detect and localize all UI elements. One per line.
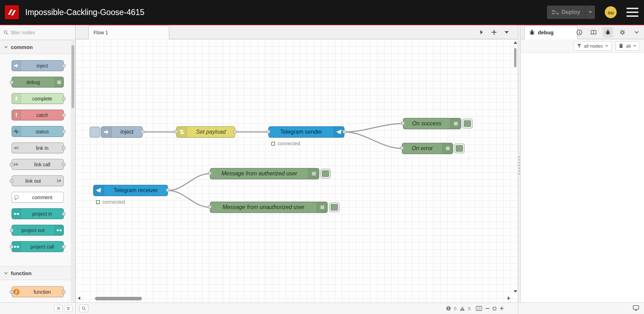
scroll-left-arrow-icon[interactable]	[78, 296, 80, 300]
output-port[interactable]	[233, 130, 237, 133]
input-port[interactable]	[208, 172, 212, 175]
output-port[interactable]	[166, 188, 170, 192]
deploy-options-button[interactable]	[585, 6, 595, 19]
debug-filter-button[interactable]: all nodes	[574, 41, 612, 51]
open-debug-window-button[interactable]	[633, 305, 639, 311]
tab-flow-1[interactable]: Flow 1	[88, 25, 169, 39]
flow-list-button[interactable]	[502, 27, 512, 37]
output-port[interactable]	[62, 163, 66, 166]
add-flow-button[interactable]	[489, 27, 499, 37]
output-port[interactable]	[62, 146, 66, 150]
input-port[interactable]	[10, 229, 13, 232]
palette-node-inject[interactable]: inject	[12, 60, 64, 71]
output-port[interactable]	[62, 130, 66, 133]
input-port[interactable]	[10, 163, 13, 166]
palette-node-link-out[interactable]: link out	[12, 175, 64, 186]
palette-scrollbar[interactable]	[71, 40, 75, 302]
palette-node-link-call[interactable]: link call	[12, 159, 64, 170]
flow-node-telegram-sender[interactable]: Telegram sender	[268, 126, 344, 138]
palette-node-complete[interactable]: complete	[12, 93, 64, 104]
horizontal-scrollbar-thumb[interactable]	[95, 297, 142, 300]
input-port[interactable]	[10, 290, 13, 294]
canvas-horizontal-scrollbar[interactable]	[76, 295, 512, 302]
palette-node-project-out[interactable]: project out	[12, 225, 64, 236]
zoom-out-button[interactable]	[485, 306, 489, 310]
wire[interactable]	[344, 124, 403, 132]
output-port[interactable]	[62, 212, 66, 216]
scroll-up-arrow-icon[interactable]	[514, 41, 517, 44]
vertical-scrollbar-thumb[interactable]	[514, 48, 516, 67]
debug-enable-toggle[interactable]	[329, 202, 340, 212]
zoom-reset-button[interactable]	[493, 307, 496, 310]
palette-node-project-call[interactable]: project call	[12, 241, 64, 252]
output-port[interactable]	[62, 64, 66, 68]
canvas-vertical-scrollbar[interactable]	[512, 39, 518, 295]
palette-scrollbar-thumb[interactable]	[71, 45, 74, 108]
zoom-in-button[interactable]	[500, 306, 504, 310]
deploy-button[interactable]: Deploy	[547, 6, 585, 19]
flow-node-on-success[interactable]: On success	[403, 118, 461, 129]
chevron-down-icon	[605, 45, 608, 47]
output-port[interactable]	[62, 290, 66, 294]
palette-node-status[interactable]: status	[12, 126, 64, 137]
scroll-right-arrow-icon[interactable]	[508, 296, 510, 300]
palette-node-catch[interactable]: catch	[12, 110, 64, 120]
palette-node-debug[interactable]: debug	[12, 77, 64, 88]
palette-filter-input[interactable]	[11, 30, 63, 35]
palette-node-comment[interactable]: comment	[12, 192, 64, 203]
status-ring-icon	[96, 200, 100, 204]
info-tab-button[interactable]	[574, 27, 584, 37]
output-port[interactable]	[141, 130, 144, 133]
debug-enable-toggle[interactable]	[454, 144, 465, 153]
category-header-function[interactable]: function	[0, 266, 75, 280]
input-port[interactable]	[10, 245, 13, 249]
sidebar-resize-handle[interactable]	[518, 25, 521, 302]
input-port[interactable]	[400, 146, 404, 150]
input-port[interactable]	[208, 205, 212, 209]
flow-node-inject[interactable]: inject	[101, 126, 143, 138]
flow-node-telegram-receiver[interactable]: Telegram receiver	[93, 185, 168, 196]
inject-trigger-button[interactable]	[90, 127, 100, 138]
config-tab-button[interactable]	[617, 27, 628, 37]
input-port[interactable]	[10, 81, 13, 84]
input-port[interactable]	[267, 130, 270, 133]
palette-node-project-in[interactable]: project in	[12, 208, 64, 219]
output-port[interactable]	[62, 113, 66, 117]
flow-node-message-unauthorized[interactable]: Message from unauthorized user	[210, 202, 328, 213]
navigator-toggle-button[interactable]	[476, 306, 482, 311]
collapse-categories-button[interactable]	[54, 305, 63, 312]
tab-debug[interactable]: debug	[524, 25, 577, 39]
debug-tab-button[interactable]	[603, 27, 613, 37]
input-port[interactable]	[174, 130, 178, 133]
debug-enable-toggle[interactable]	[320, 169, 331, 179]
search-flows-button[interactable]	[79, 305, 88, 312]
output-port[interactable]	[62, 97, 66, 100]
expand-categories-button[interactable]	[64, 305, 73, 312]
wire[interactable]	[344, 132, 402, 148]
help-tab-button[interactable]	[588, 27, 599, 37]
tab-scroll-right-button[interactable]	[477, 27, 486, 37]
palette-node-link-in[interactable]: link in	[12, 142, 64, 153]
scroll-down-arrow-icon[interactable]	[514, 290, 517, 293]
output-port[interactable]	[62, 245, 66, 249]
debug-toggle-state	[456, 145, 463, 152]
user-avatar[interactable]: su	[605, 6, 617, 18]
main-menu-button[interactable]	[626, 8, 638, 17]
debug-clear-button[interactable]: all	[615, 41, 640, 51]
flow-node-message-authorized[interactable]: Message from autherized user	[210, 168, 319, 179]
node-red-logo[interactable]	[5, 5, 19, 19]
category-header-common[interactable]: common	[0, 40, 75, 54]
debug-enable-toggle[interactable]	[462, 119, 473, 128]
menu-bar-icon	[626, 8, 638, 9]
output-port[interactable]	[343, 130, 346, 133]
sidebar-menu-button[interactable]	[631, 27, 642, 37]
input-port[interactable]	[10, 179, 13, 183]
flow-node-set-payload[interactable]: Set payload	[176, 126, 235, 138]
flow-canvas[interactable]: inject Set payload Telegram sender	[76, 39, 518, 302]
flow-node-on-error[interactable]: On error	[402, 143, 453, 154]
palette-node-label: debug	[12, 77, 54, 87]
wire[interactable]	[168, 174, 210, 190]
input-port[interactable]	[401, 121, 405, 125]
palette-node-function[interactable]: function	[12, 286, 64, 297]
wire[interactable]	[168, 190, 210, 207]
